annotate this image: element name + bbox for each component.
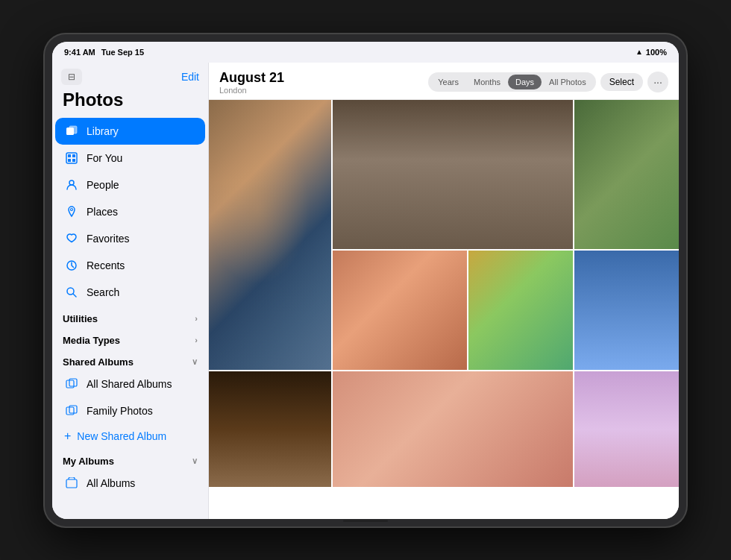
svg-point-8 [71,208,73,210]
utilities-chevron: › [195,314,198,323]
date-info: August 21 London [219,70,284,95]
all-shared-albums-label: All Shared Albums [87,378,172,390]
svg-line-11 [73,294,76,297]
my-albums-section-header[interactable]: My Albums ∨ [52,448,208,470]
photo-cell-mid-3[interactable] [574,251,679,370]
photo-cell-mid-2[interactable] [468,251,573,370]
years-button[interactable]: Years [430,75,466,89]
dots-icon: ··· [653,76,662,88]
sidebar-item-favorites[interactable]: Favorites [55,225,205,252]
recents-icon [64,258,79,273]
time: 9:41 AM [64,48,95,57]
photo-cell-top-right-1[interactable] [333,100,573,249]
status-bar: 9:41 AM Tue Sep 15 ▲ 100% [52,42,679,63]
shared-albums-label: Shared Albums [63,356,134,368]
plus-icon: + [64,430,71,443]
photos-title: Photos [52,88,208,118]
photo-cell-bottom-2[interactable] [333,371,573,487]
svg-rect-5 [68,159,71,162]
sidebar-item-people[interactable]: People [55,172,205,198]
sidebar-item-search[interactable]: Search [55,279,205,306]
sidebar: ⊟ Edit Photos Library [52,63,209,519]
family-photos-icon [64,403,79,418]
select-button[interactable]: Select [600,73,643,91]
svg-rect-4 [72,154,75,157]
status-right: ▲ 100% [636,48,667,57]
status-left: 9:41 AM Tue Sep 15 [64,48,144,57]
sidebar-item-for-you[interactable]: For You [55,145,205,172]
sidebar-item-places[interactable]: Places [55,198,205,225]
shared-albums-section-header[interactable]: Shared Albums ∨ [52,349,208,371]
edit-button[interactable]: Edit [181,71,199,83]
media-types-chevron: › [195,336,198,345]
photo-grid [209,100,679,519]
my-albums-chevron: ∨ [192,456,198,466]
sidebar-item-places-label: Places [87,206,118,218]
more-options-button[interactable]: ··· [647,72,668,92]
all-albums-icon [64,476,79,491]
sidebar-icon: ⊟ [68,72,75,82]
my-albums-label: My Albums [63,456,114,467]
wifi-icon: ▲ [636,48,643,56]
sidebar-item-library[interactable]: Library [55,118,205,145]
new-shared-album-label: New Shared Album [77,430,166,442]
sidebar-header: ⊟ Edit [52,63,208,88]
photo-cell-bottom-3[interactable] [574,371,679,487]
sidebar-item-people-label: People [87,179,119,191]
view-controls: Years Months Days All Photos Select ··· [428,72,668,92]
svg-rect-6 [72,159,75,162]
library-icon [64,124,79,139]
sidebar-item-favorites-label: Favorites [87,233,130,245]
search-icon [64,285,79,300]
app-area: ⊟ Edit Photos Library [52,63,679,519]
photo-cell-top-right-2[interactable] [574,100,679,249]
family-photos-label: Family Photos [87,405,153,417]
favorites-icon [64,231,79,246]
places-icon [64,204,79,219]
view-pill: Years Months Days All Photos [428,72,595,92]
photo-date: August 21 [219,70,284,86]
sidebar-item-library-label: Library [87,125,119,137]
for-you-icon [64,151,79,166]
sidebar-item-recents-label: Recents [87,259,125,271]
sidebar-toggle-button[interactable]: ⊟ [61,69,82,85]
main-content: August 21 London Years Months Days All P… [209,63,679,519]
photo-cell-mid-1[interactable] [333,251,467,370]
all-shared-albums-icon [64,377,79,391]
months-button[interactable]: Months [466,75,508,89]
device-screen: 9:41 AM Tue Sep 15 ▲ 100% ⊟ Edit Photos [52,42,679,519]
days-button[interactable]: Days [508,75,542,89]
content-header: August 21 London Years Months Days All P… [209,63,679,100]
photo-location: London [219,86,284,95]
date: Tue Sep 15 [101,48,144,57]
svg-rect-1 [69,126,77,133]
sidebar-item-all-shared-albums[interactable]: All Shared Albums [55,371,205,397]
new-shared-album-button[interactable]: + New Shared Album [55,424,205,448]
all-photos-button[interactable]: All Photos [542,75,594,89]
svg-point-7 [69,180,74,185]
media-types-label: Media Types [63,335,120,346]
battery: 100% [646,48,667,57]
all-albums-label: All Albums [87,477,135,489]
shared-albums-chevron: ∨ [192,357,198,367]
sidebar-item-family-photos[interactable]: Family Photos [55,397,205,424]
people-icon [64,177,79,192]
photo-cell-hero[interactable] [209,100,331,370]
utilities-label: Utilities [63,313,98,324]
svg-rect-2 [66,153,77,163]
svg-rect-16 [66,479,77,488]
media-types-section-header[interactable]: Media Types › [52,327,208,349]
device-frame: 9:41 AM Tue Sep 15 ▲ 100% ⊟ Edit Photos [45,34,686,526]
sidebar-item-recents[interactable]: Recents [55,252,205,279]
sidebar-item-all-albums[interactable]: All Albums [55,470,205,497]
sidebar-item-for-you-label: For You [87,152,122,164]
photo-cell-bottom-1[interactable] [209,371,331,487]
svg-rect-3 [68,154,71,157]
sidebar-item-search-label: Search [87,286,119,298]
utilities-section-header[interactable]: Utilities › [52,306,208,327]
